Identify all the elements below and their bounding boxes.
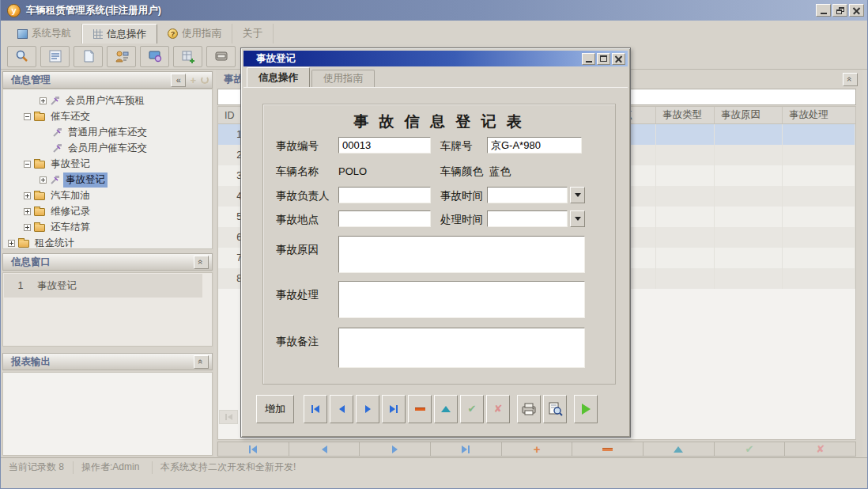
- nav-insert-button[interactable]: +: [502, 442, 573, 456]
- tree-item[interactable]: 还车结算: [3, 219, 212, 235]
- collapse-up-button[interactable]: «: [843, 73, 858, 86]
- tab-system-nav[interactable]: 系统导航: [7, 24, 82, 44]
- tree-item-selected[interactable]: 事故登记: [3, 172, 212, 188]
- tree-item[interactable]: 维修记录: [3, 203, 212, 219]
- post-record-button[interactable]: ✔: [460, 395, 484, 423]
- folder-icon: [18, 240, 29, 248]
- monitor-search-button[interactable]: [140, 46, 169, 67]
- tree-item-label[interactable]: 维修记录: [48, 204, 92, 219]
- form-groupbox: 事 故 信 息 登 记 表 事故编号 车牌号 车辆名称 POLO 车辆颜色 蓝色…: [262, 104, 616, 385]
- tree-item[interactable]: 会员用户催车还交: [3, 140, 212, 156]
- tree-item-label[interactable]: 普通用户催车还交: [66, 125, 149, 140]
- panel-title: 报表输出: [11, 355, 194, 369]
- dialog-button-row: 增加 ✔ ✘: [256, 394, 600, 423]
- delete-record-button[interactable]: [408, 395, 432, 423]
- info-management-header: 信息管理 « +: [2, 71, 213, 89]
- post-record-icon: ✔: [468, 404, 477, 414]
- nav-post-button[interactable]: ✔: [715, 442, 786, 456]
- accident-no-input[interactable]: [338, 137, 431, 154]
- user-report-button[interactable]: [107, 46, 136, 67]
- expand-icon[interactable]: [24, 192, 31, 199]
- tree-item-label[interactable]: 事故登记: [48, 157, 92, 172]
- close-button[interactable]: [849, 4, 864, 17]
- location-input[interactable]: [338, 210, 431, 227]
- tree-item[interactable]: 汽车加油: [3, 188, 212, 203]
- search-button[interactable]: [7, 46, 36, 67]
- expand-icon[interactable]: [8, 240, 15, 247]
- expand-icon[interactable]: [40, 176, 47, 184]
- preview-button[interactable]: [543, 395, 567, 423]
- collapse-left-button[interactable]: «: [171, 74, 186, 87]
- cancel-record-button[interactable]: ✘: [486, 395, 510, 423]
- expand-icon[interactable]: [24, 224, 31, 231]
- tree-item-label[interactable]: 催车还交: [48, 109, 92, 124]
- collapse-minus-icon[interactable]: [24, 113, 31, 120]
- tree-item[interactable]: 事故登记: [3, 156, 212, 172]
- handle-time-label: 处理时间: [440, 213, 483, 227]
- dialog-tab-info-operation[interactable]: 信息操作: [247, 67, 310, 87]
- handle-time-input[interactable]: [487, 210, 568, 227]
- app-logo-icon: y: [7, 4, 21, 17]
- expand-icon[interactable]: [40, 97, 47, 104]
- nav-next-button[interactable]: [360, 442, 431, 456]
- dialog-content: 事 故 信 息 登 记 表 事故编号 车牌号 车辆名称 POLO 车辆颜色 蓝色…: [243, 87, 628, 434]
- collapse-up-button[interactable]: «: [194, 256, 209, 269]
- edit-record-button[interactable]: [434, 395, 458, 423]
- edit-record-icon: [441, 406, 451, 412]
- new-document-button[interactable]: [74, 46, 103, 67]
- collapse-minus-icon[interactable]: [24, 161, 31, 168]
- cancel-record-icon: ✘: [816, 444, 825, 454]
- nav-delete-button[interactable]: [572, 442, 643, 456]
- tab-about[interactable]: 关于: [232, 24, 274, 44]
- card-button[interactable]: [206, 46, 236, 67]
- restore-button[interactable]: [832, 4, 847, 17]
- tab-info-operation[interactable]: 信息操作: [82, 24, 157, 44]
- tree-item[interactable]: 租金统计: [3, 235, 212, 249]
- accident-time-input[interactable]: [487, 187, 568, 203]
- column-header[interactable]: 事故原因: [715, 107, 783, 123]
- collapse-up-button[interactable]: «: [194, 355, 209, 369]
- print-button[interactable]: [517, 395, 541, 423]
- first-record-button[interactable]: [304, 395, 327, 423]
- tree-item-label[interactable]: 事故登记: [63, 172, 108, 188]
- remark-textarea[interactable]: [338, 328, 585, 368]
- handling-textarea[interactable]: [338, 281, 585, 318]
- panel-title: 信息窗口: [11, 256, 194, 269]
- tab-label: 信息操作: [107, 28, 146, 41]
- tree-item-label[interactable]: 还车结算: [48, 220, 92, 235]
- accident-time-dropdown-button[interactable]: [570, 187, 585, 203]
- column-header[interactable]: 事故处理: [783, 107, 855, 123]
- responsible-input[interactable]: [338, 187, 431, 203]
- cause-textarea[interactable]: [338, 236, 585, 273]
- tree-item[interactable]: 普通用户催车还交: [3, 124, 212, 140]
- run-button[interactable]: [574, 395, 598, 423]
- form-view-button[interactable]: [40, 46, 70, 67]
- nav-prev-button[interactable]: [289, 442, 360, 456]
- plate-no-input[interactable]: [487, 137, 582, 154]
- dialog-close-button[interactable]: [612, 53, 625, 65]
- nav-first-button[interactable]: [218, 442, 289, 456]
- tree-item[interactable]: 催车还交: [3, 108, 212, 124]
- tree-item[interactable]: 会员用户汽车预租: [3, 93, 212, 108]
- info-window-row[interactable]: 1 事故登记: [4, 274, 202, 298]
- dialog-maximize-button[interactable]: [597, 53, 610, 65]
- add-button[interactable]: 增加: [256, 395, 294, 423]
- tree-item-label[interactable]: 汽车加油: [48, 188, 92, 203]
- last-record-button[interactable]: [382, 395, 406, 423]
- dialog-minimize-button[interactable]: [582, 53, 595, 65]
- tree-item-label[interactable]: 会员用户汽车预租: [63, 93, 147, 108]
- prev-record-button[interactable]: [330, 395, 353, 423]
- tree-item-label[interactable]: 租金统计: [32, 236, 77, 250]
- next-record-button[interactable]: [356, 395, 379, 423]
- tab-user-guide[interactable]: ? 使用指南: [157, 24, 232, 44]
- table-add-button[interactable]: [173, 46, 202, 67]
- nav-edit-button[interactable]: [643, 442, 715, 456]
- minimize-button[interactable]: [816, 4, 831, 17]
- expand-icon[interactable]: [24, 208, 31, 215]
- nav-cancel-button[interactable]: ✘: [785, 442, 855, 456]
- column-header[interactable]: 事故类型: [656, 107, 715, 123]
- tree-item-label[interactable]: 会员用户催车还交: [66, 141, 149, 156]
- dialog-tab-user-guide[interactable]: 使用指南: [311, 70, 375, 87]
- handle-time-dropdown-button[interactable]: [570, 210, 585, 227]
- nav-last-button[interactable]: [431, 442, 502, 456]
